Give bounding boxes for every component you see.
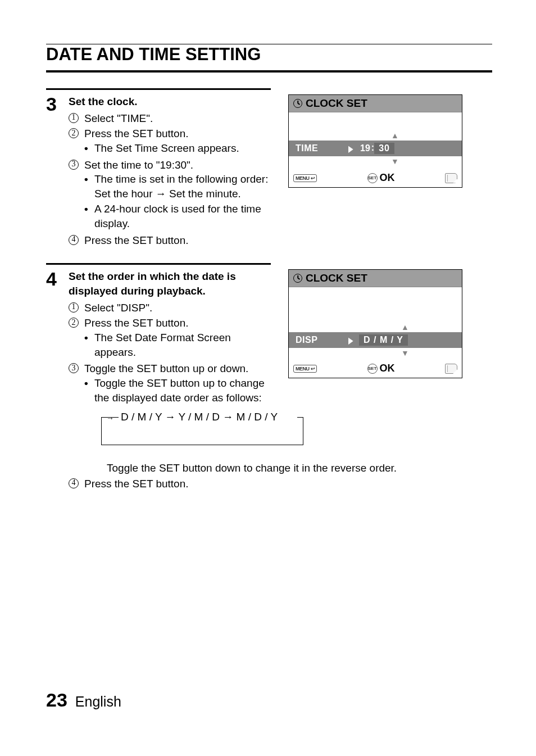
lcd2-ok: OK [380, 363, 395, 374]
step3-item2-bullet1: The Set Time Screen appears. [94, 141, 274, 156]
rule-step4 [46, 263, 271, 265]
step3-item4: Press the SET button. [84, 233, 189, 248]
lcd1-label: TIME [289, 143, 342, 153]
lcd2-value: D / M / Y [359, 334, 408, 346]
lcd-screen-time: CLOCK SET ▲ TIME ▶ 19:30 [288, 94, 462, 188]
step4-item3: Toggle the SET button up or down. [84, 361, 274, 376]
circled-4-icon: 4 [69, 478, 79, 488]
circled-1-icon: 1 [69, 113, 79, 123]
set-icon: SET [367, 173, 378, 183]
step3-item1: Select "TIME". [84, 111, 153, 126]
lcd1-header: CLOCK SET [306, 97, 367, 110]
circled-1-icon: 1 [69, 302, 79, 313]
play-triangle-icon: ▶ [348, 143, 353, 154]
cycle-text: D / M / Y → Y / M / D → M / D / Y [119, 411, 297, 423]
step4-after-text: Toggle the SET button down to change it … [107, 461, 397, 476]
step3-item3-bullet1: The time is set in the following order: … [94, 172, 274, 201]
rule-step3 [46, 88, 271, 90]
step3-lead: Set the clock. [69, 94, 274, 109]
step-number-3: 3 [46, 94, 61, 114]
menu-back-icon: MENU↩ [293, 365, 317, 373]
cycle-diagram: → D / M / Y → Y / M / D → M / D / Y [101, 417, 303, 445]
lcd1-hour: 19 [359, 143, 371, 154]
lcd2-header: CLOCK SET [306, 272, 367, 284]
cycle-arrow-in-icon: → [106, 414, 114, 423]
page-title: DATE AND TIME SETTING [46, 44, 492, 65]
triangle-up-icon: ▲ [401, 323, 409, 331]
set-icon: SET [367, 364, 378, 374]
step4-item1: Select "DISP". [84, 301, 152, 315]
play-triangle-icon: ▶ [348, 335, 353, 346]
lcd1-ok: OK [380, 172, 395, 184]
triangle-up-icon: ▲ [391, 132, 399, 139]
book-icon [445, 173, 457, 183]
lcd1-min: 30 [374, 143, 394, 154]
circled-3-icon: 3 [69, 160, 79, 170]
book-icon [445, 364, 457, 374]
step4-item4: Press the SET button. [84, 477, 189, 491]
step4-item3-bullet1: Toggle the SET button up to change the d… [94, 376, 274, 405]
step3-item2: Press the SET button. [84, 126, 274, 141]
lcd-screen-disp: CLOCK SET ▲ DISP ▶ D / M / Y ▼ [288, 269, 462, 378]
triangle-down-icon: ▼ [391, 157, 399, 165]
circled-2-icon: 2 [69, 128, 79, 138]
circled-2-icon: 2 [69, 318, 79, 328]
step-number-4: 4 [46, 269, 61, 288]
menu-back-icon: MENU↩ [293, 174, 317, 182]
step4-item2-bullet1: The Set Date Format Screen appears. [94, 331, 274, 359]
step4-item2: Press the SET button. [84, 316, 274, 331]
lcd2-label: DISP [289, 335, 342, 345]
triangle-down-icon: ▼ [401, 349, 409, 357]
page-number: 23 [46, 689, 67, 711]
step3-item3: Set the time to "19:30". [84, 158, 274, 173]
page-language: English [75, 694, 121, 710]
circled-4-icon: 4 [69, 235, 79, 245]
step4-lead: Set the order in which the date is displ… [69, 269, 274, 298]
lcd1-value: 19:30 [359, 143, 394, 154]
clock-icon [293, 99, 302, 108]
rule-title-underline [46, 70, 492, 73]
step3-item3-bullet2: A 24-hour clock is used for the time dis… [94, 202, 274, 230]
clock-icon [293, 274, 302, 283]
circled-3-icon: 3 [69, 363, 79, 373]
